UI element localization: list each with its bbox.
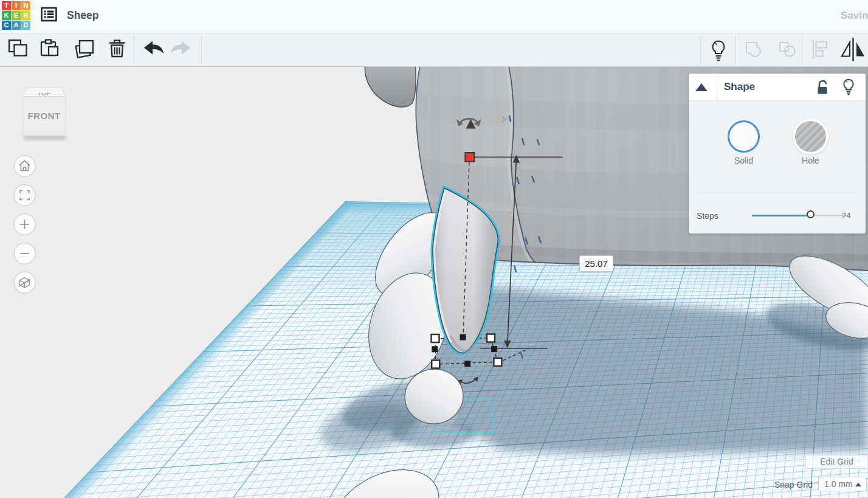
svg-text:FRONT: FRONT (27, 111, 60, 121)
